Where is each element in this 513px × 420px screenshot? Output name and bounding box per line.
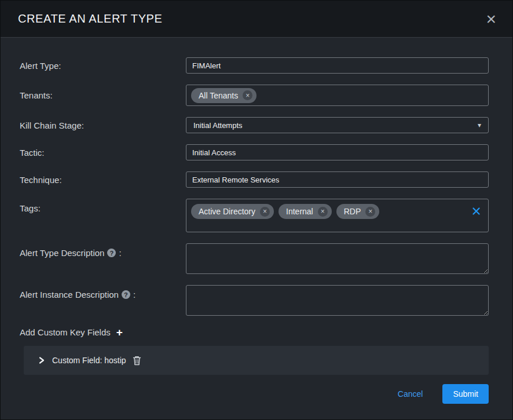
close-icon[interactable]: × <box>483 10 499 28</box>
chip-remove-icon[interactable]: × <box>365 207 375 217</box>
alert-instance-description-row: Alert Instance Description ? : <box>20 285 489 316</box>
alert-type-input[interactable] <box>186 57 489 74</box>
chevron-down-icon: ▾ <box>478 122 481 129</box>
cancel-button[interactable]: Cancel <box>394 389 427 399</box>
modal-actions: Cancel Submit <box>20 384 489 404</box>
tactic-row: Tactic: <box>20 144 489 160</box>
trash-icon[interactable] <box>133 356 141 366</box>
clear-tags-icon[interactable] <box>471 206 481 216</box>
submit-button[interactable]: Submit <box>442 384 489 404</box>
chevron-right-icon[interactable] <box>38 356 46 364</box>
tenant-chip-label: All Tenants <box>199 90 238 101</box>
tenants-label: Tenants: <box>20 90 186 100</box>
chip-remove-icon[interactable]: × <box>260 207 270 217</box>
alert-type-description-label: Alert Type Description <box>20 248 104 258</box>
kill-chain-stage-row: Kill Chain Stage: Initial Attempts ▾ <box>20 117 489 133</box>
alert-type-description-row: Alert Type Description ? : <box>20 243 489 274</box>
custom-key-fields-label: Add Custom Key Fields <box>20 327 111 337</box>
tag-chip-label: Internal <box>286 206 313 217</box>
technique-input[interactable] <box>186 171 489 188</box>
modal-title: CREATE AN ALERT TYPE <box>18 12 163 25</box>
tag-chip: RDP × <box>336 204 380 219</box>
custom-field-label: Custom Field: hostip <box>52 356 126 365</box>
chip-remove-icon[interactable]: × <box>243 90 252 100</box>
plus-icon[interactable]: + <box>116 327 123 338</box>
help-icon[interactable]: ? <box>107 249 116 257</box>
tags-label: Tags: <box>20 199 186 213</box>
tag-chip-label: Active Directory <box>199 206 255 217</box>
technique-row: Technique: <box>20 171 489 188</box>
kill-chain-stage-value: Initial Attempts <box>193 121 243 130</box>
tag-chip: Internal × <box>279 204 332 219</box>
alert-instance-description-input[interactable] <box>186 285 489 316</box>
tag-chip: Active Directory × <box>191 204 274 219</box>
kill-chain-stage-label: Kill Chain Stage: <box>20 120 186 130</box>
alert-type-row: Alert Type: <box>20 57 489 74</box>
tags-row: Tags: Active Directory × Internal × RDP … <box>20 199 489 232</box>
create-alert-type-modal: CREATE AN ALERT TYPE × Alert Type: Tenan… <box>0 0 513 420</box>
chip-remove-icon[interactable]: × <box>318 207 328 217</box>
tenants-input[interactable]: All Tenants × <box>186 85 489 106</box>
kill-chain-stage-select[interactable]: Initial Attempts ▾ <box>186 117 489 133</box>
tactic-input[interactable] <box>186 144 489 160</box>
technique-label: Technique: <box>20 175 186 185</box>
alert-type-description-input[interactable] <box>186 243 489 274</box>
tenant-chip: All Tenants × <box>191 88 256 103</box>
alert-type-label: Alert Type: <box>20 61 186 71</box>
modal-header: CREATE AN ALERT TYPE × <box>1 1 512 38</box>
alert-type-description-colon: : <box>119 248 121 258</box>
help-icon[interactable]: ? <box>122 290 130 299</box>
tactic-label: Tactic: <box>20 148 186 158</box>
alert-instance-description-label: Alert Instance Description <box>20 290 119 300</box>
alert-instance-description-colon: : <box>133 290 135 300</box>
custom-key-fields-section: Add Custom Key Fields + <box>20 327 489 338</box>
modal-body: Alert Type: Tenants: All Tenants × Kill … <box>1 38 512 404</box>
custom-field-item[interactable]: Custom Field: hostip <box>24 346 489 375</box>
tenants-row: Tenants: All Tenants × <box>20 85 489 106</box>
tags-input[interactable]: Active Directory × Internal × RDP × <box>186 199 489 232</box>
tag-chip-label: RDP <box>344 206 361 217</box>
